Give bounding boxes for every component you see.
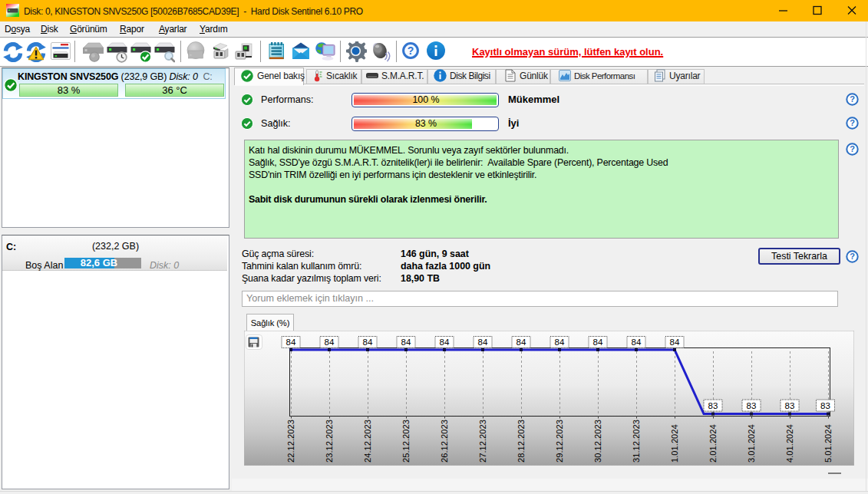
svg-text:?: ?: [850, 144, 855, 153]
svg-text:26.12.2023: 26.12.2023: [440, 420, 449, 463]
svg-text:4.01.2024: 4.01.2024: [785, 424, 794, 463]
svg-text:?: ?: [850, 118, 855, 127]
svg-text:?: ?: [850, 94, 855, 104]
svg-text:24.12.2023: 24.12.2023: [363, 420, 372, 463]
svg-text:84: 84: [517, 338, 526, 347]
svg-text:1.01.2024: 1.01.2024: [670, 424, 679, 463]
svg-text:83: 83: [820, 401, 830, 410]
svg-text:84: 84: [440, 338, 450, 347]
svg-text:83: 83: [747, 401, 757, 410]
svg-text:27.12.2023: 27.12.2023: [478, 420, 487, 463]
svg-text:84: 84: [670, 338, 680, 347]
svg-text:23.12.2023: 23.12.2023: [325, 420, 334, 463]
svg-text:3.01.2024: 3.01.2024: [747, 424, 756, 463]
svg-text:83: 83: [785, 401, 795, 410]
svg-text:30.12.2023: 30.12.2023: [593, 420, 602, 463]
svg-text:84: 84: [555, 338, 565, 347]
svg-text:28.12.2023: 28.12.2023: [517, 420, 526, 463]
svg-text:84: 84: [401, 338, 411, 347]
svg-text:5.01.2024: 5.01.2024: [823, 424, 833, 463]
svg-text:83: 83: [708, 401, 718, 410]
svg-text:31.12.2023: 31.12.2023: [632, 420, 641, 463]
svg-text:84: 84: [286, 338, 296, 347]
svg-text:2.01.2024: 2.01.2024: [708, 424, 718, 463]
svg-text:25.12.2023: 25.12.2023: [401, 420, 411, 463]
svg-text:84: 84: [363, 338, 373, 347]
svg-text:84: 84: [325, 338, 335, 347]
svg-text:84: 84: [632, 338, 642, 347]
svg-text:84: 84: [478, 338, 488, 347]
svg-text:?: ?: [408, 44, 414, 57]
svg-text:29.12.2023: 29.12.2023: [555, 420, 564, 463]
svg-text:22.12.2023: 22.12.2023: [286, 420, 295, 463]
svg-text:84: 84: [593, 338, 603, 347]
svg-text:?: ?: [850, 252, 855, 261]
